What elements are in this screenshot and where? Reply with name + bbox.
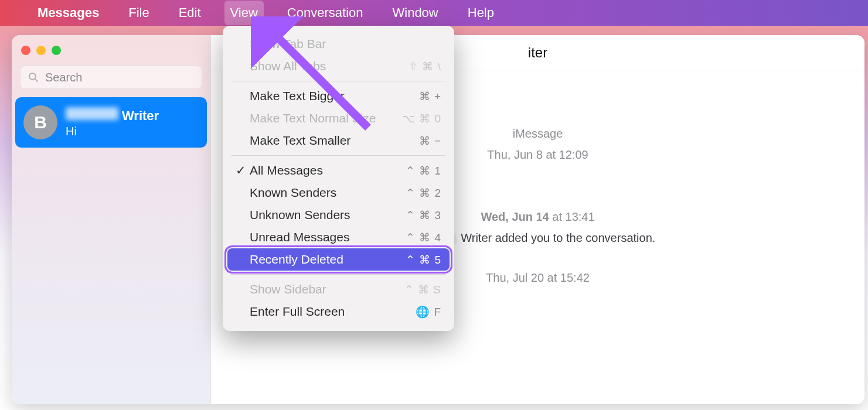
menu-shortcut: ⌃ ⌘ 4 <box>406 231 441 244</box>
menu-item-recently-deleted[interactable]: Recently Deleted⌃ ⌘ 5 <box>227 248 450 271</box>
search-placeholder: Search <box>45 71 82 84</box>
menu-separator <box>231 155 446 156</box>
menu-item-label: All Messages <box>250 163 323 177</box>
menu-item-show-sidebar: Show Sidebar⌃ ⌘ S <box>223 278 454 300</box>
menu-shortcut: ⌃ ⌘ S <box>404 283 441 296</box>
fullscreen-button[interactable] <box>52 46 61 55</box>
minimize-button[interactable] <box>36 46 46 55</box>
menu-shortcut: ⌘ − <box>419 134 441 148</box>
menu-item-show-all-tabs: Show All Tabs⇧ ⌘ \ <box>223 55 454 77</box>
edit-menu[interactable]: Edit <box>173 1 207 25</box>
menu-item-make-text-bigger[interactable]: Make Text Bigger⌘ + <box>223 85 454 107</box>
sidebar: Search B Writer Hi <box>12 35 211 404</box>
help-menu[interactable]: Help <box>462 1 500 25</box>
menu-shortcut: ⌘ + <box>419 90 441 103</box>
svg-line-1 <box>35 79 38 82</box>
menu-item-label: Show Tab Bar <box>250 37 326 51</box>
menu-separator <box>231 81 446 81</box>
menu-shortcut: ⌃ ⌘ 2 <box>406 186 441 200</box>
menu-item-unread-messages[interactable]: Unread Messages⌃ ⌘ 4 <box>223 226 454 248</box>
svg-point-0 <box>29 73 36 80</box>
menu-item-make-text-smaller[interactable]: Make Text Smaller⌘ − <box>223 129 454 152</box>
menu-shortcut: ⌃ ⌘ 1 <box>406 164 441 177</box>
menu-item-label: Make Text Smaller <box>250 134 350 148</box>
menu-item-label: Make Text Normal Size <box>250 111 376 125</box>
avatar: B <box>23 105 57 139</box>
menu-item-make-text-normal-size: Make Text Normal Size⌥ ⌘ 0 <box>223 107 454 129</box>
conversation-preview: Hi <box>66 125 159 138</box>
menu-separator <box>231 274 446 275</box>
menu-item-label: Known Senders <box>250 186 336 200</box>
menu-item-unknown-senders[interactable]: Unknown Senders⌃ ⌘ 3 <box>223 204 454 226</box>
menu-item-label: Unknown Senders <box>250 208 350 222</box>
checkmark-icon: ✓ <box>236 163 244 177</box>
menu-shortcut: 🌐 F <box>416 305 441 319</box>
menu-item-show-tab-bar: Show Tab Bar <box>223 33 454 55</box>
window-controls <box>12 41 210 66</box>
menu-item-label: Show Sidebar <box>250 282 326 296</box>
view-menu-dropdown: Show Tab BarShow All Tabs⇧ ⌘ \Make Text … <box>223 26 454 331</box>
menu-item-label: Show All Tabs <box>250 59 326 73</box>
menu-item-known-senders[interactable]: Known Senders⌃ ⌘ 2 <box>223 182 454 204</box>
redacted-name <box>66 107 118 120</box>
window-menu[interactable]: Window <box>387 1 444 25</box>
app-menu[interactable]: Messages <box>32 1 105 25</box>
menu-shortcut: ⇧ ⌘ \ <box>409 60 441 73</box>
menu-item-label: Make Text Bigger <box>250 89 345 103</box>
file-menu[interactable]: File <box>122 1 155 25</box>
menu-shortcut: ⌥ ⌘ 0 <box>402 112 441 125</box>
menu-item-all-messages[interactable]: ✓All Messages⌃ ⌘ 1 <box>223 159 454 182</box>
view-menu[interactable]: View <box>224 1 264 25</box>
menu-item-label: Unread Messages <box>250 230 349 244</box>
search-icon <box>28 71 39 83</box>
menu-shortcut: ⌃ ⌘ 3 <box>406 209 441 222</box>
menu-item-label: Recently Deleted <box>250 252 343 266</box>
close-button[interactable] <box>21 46 30 55</box>
menu-shortcut: ⌃ ⌘ 5 <box>406 253 441 266</box>
menu-item-label: Enter Full Screen <box>250 305 345 319</box>
search-input[interactable]: Search <box>20 66 202 89</box>
conversation-menu[interactable]: Conversation <box>281 1 369 25</box>
conversation-name: Writer <box>66 107 159 124</box>
macos-menubar: Messages File Edit View Conversation Win… <box>0 0 868 26</box>
menu-item-enter-full-screen[interactable]: Enter Full Screen🌐 F <box>223 300 454 323</box>
conversation-row[interactable]: B Writer Hi <box>15 97 207 148</box>
